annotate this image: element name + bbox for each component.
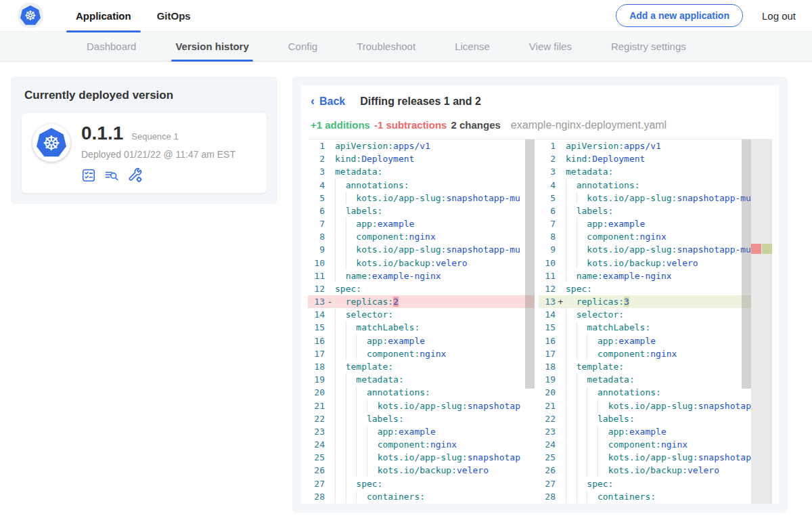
line-number: 25 (539, 452, 556, 462)
diff-line: 26kots.io/backup: velero (539, 464, 772, 477)
diff-line: 21kots.io/app-slug: snapshotap (539, 399, 772, 412)
scrollbar-thumb[interactable] (525, 139, 535, 389)
code-text: component: nginx (566, 438, 687, 451)
line-number: 10 (539, 258, 556, 268)
line-number: 8 (308, 232, 325, 242)
diff-line: 14selector: (539, 308, 772, 321)
line-number: 6 (539, 206, 556, 216)
diff-line: 2kind: Deployment (539, 152, 772, 165)
diff-overview-ruler[interactable] (751, 139, 772, 504)
diff-line: 12spec: (539, 282, 772, 295)
code-text: kots.io/app-slug: snapshotapp-mu (566, 243, 751, 256)
back-button[interactable]: ‹ Back (311, 95, 345, 108)
line-number: 5 (308, 193, 325, 203)
code-text: kots.io/app-slug: snapshotapp-mu (335, 192, 520, 204)
diff-line: 1apiVersion: apps/v1 (308, 139, 535, 152)
code-text: selector: (335, 308, 393, 321)
subnav-item-config[interactable]: Config (288, 32, 317, 61)
diff-line: 8component: nginx (539, 230, 772, 243)
subnav-item-troubleshoot[interactable]: Troubleshoot (357, 32, 415, 61)
code-text: labels: (566, 204, 613, 217)
app-subnav: Dashboard Version history Config Trouble… (0, 32, 812, 62)
subnav-item-version-history[interactable]: Version history (175, 32, 248, 61)
line-number: 4 (308, 180, 325, 190)
diff-line: 17component: nginx (308, 347, 535, 360)
code-text: kots.io/backup: velero (566, 464, 719, 477)
diff-line: 23app: example (539, 425, 772, 438)
line-number: 14 (539, 309, 556, 320)
line-number: 1 (539, 141, 556, 151)
line-number: 23 (539, 427, 556, 437)
diff-line: 14selector: (308, 308, 535, 321)
code-text: containers: (335, 490, 425, 503)
code-text: template: (566, 360, 624, 373)
code-text: labels: (335, 412, 404, 425)
line-number: 21 (539, 401, 556, 411)
subnav-item-dashboard[interactable]: Dashboard (87, 32, 136, 61)
deployed-version-card: Currently deployed version ☸ 0.1.1 Seque… (11, 77, 277, 204)
diff-line: 10kots.io/backup: velero (308, 257, 535, 269)
diff-line: 13-replicas: 2 (308, 295, 535, 308)
line-number: 26 (308, 465, 325, 475)
line-number: 24 (308, 439, 325, 450)
add-application-button[interactable]: Add a new application (616, 4, 743, 27)
diff-line: 11name: example-nginx (539, 269, 772, 282)
kubernetes-logo-icon: ☸ (37, 128, 66, 158)
subnav-item-registry-settings[interactable]: Registry settings (611, 32, 686, 61)
diff-line: 4annotations: (539, 179, 772, 192)
diff-line: 7app: example (539, 217, 772, 230)
scrollbar-thumb[interactable] (742, 139, 751, 389)
code-text: matchLabels: (335, 321, 420, 334)
code-text: kind: Deployment (335, 152, 414, 165)
diff-filename: example-nginx-deployment.yaml (511, 119, 667, 131)
diff-line: 11name: example-nginx (308, 269, 535, 282)
subnav-item-view-files[interactable]: View files (529, 32, 572, 61)
diff-line: 2kind: Deployment (308, 152, 535, 165)
diff-line: 28containers: (308, 490, 535, 503)
line-number: 21 (308, 401, 325, 411)
logout-link[interactable]: Log out (762, 10, 796, 22)
tab-application-label: Application (76, 10, 131, 22)
diff-line: 12spec: (308, 282, 535, 295)
line-number: 7 (539, 219, 556, 229)
app-logo: ☸ (18, 3, 43, 28)
wrench-gear-icon[interactable] (127, 167, 143, 183)
deployed-version-inner-card: ☸ 0.1.1 Sequence 1 Deployed 01/21/22 @ 1… (22, 113, 267, 193)
line-number: 3 (308, 167, 325, 177)
code-text: kots.io/backup: velero (335, 464, 489, 477)
line-number: 2 (308, 154, 325, 164)
code-text: metadata: (335, 165, 382, 178)
line-number: 15 (308, 322, 325, 332)
diff-line: 23app: example (308, 425, 535, 438)
diff-editor-original: 1apiVersion: apps/v12kind: Deployment3me… (308, 139, 535, 504)
diff-card: ‹ Back Diffing releases 1 and 2 +1 addit… (292, 77, 788, 513)
diff-line: 15matchLabels: (308, 321, 535, 334)
line-number: 1 (308, 141, 325, 151)
line-number: 11 (308, 271, 325, 281)
diff-line: 7app: example (308, 217, 535, 230)
line-number: 13 (539, 297, 556, 307)
code-text: spec: (335, 282, 361, 295)
diff-line: 25kots.io/app-slug: snapshotap (308, 451, 535, 464)
diff-line: 22labels: (308, 412, 535, 425)
subnav-item-license[interactable]: License (455, 32, 490, 61)
file-search-icon[interactable] (104, 168, 120, 183)
line-number: 16 (308, 336, 325, 346)
line-number: 27 (308, 479, 325, 489)
code-text: component: nginx (335, 347, 446, 360)
line-number: 22 (308, 414, 325, 424)
tab-gitops[interactable]: GitOps (148, 0, 200, 32)
line-number: 8 (539, 232, 556, 242)
line-number: 17 (539, 349, 556, 359)
code-text: kots.io/app-slug: snapshotap (566, 399, 751, 412)
code-text: component: nginx (566, 230, 667, 243)
diff-stats: +1 additions -1 subtractions 2 changes e… (308, 119, 772, 131)
line-number: 12 (539, 284, 556, 294)
main-content: Currently deployed version ☸ 0.1.1 Seque… (0, 62, 812, 513)
checklist-icon[interactable] (81, 168, 96, 183)
code-text: spec: (566, 282, 592, 295)
tab-application[interactable]: Application (66, 0, 141, 32)
line-number: 25 (308, 452, 325, 462)
line-number: 15 (539, 322, 556, 332)
diff-title: Diffing releases 1 and 2 (360, 95, 481, 108)
